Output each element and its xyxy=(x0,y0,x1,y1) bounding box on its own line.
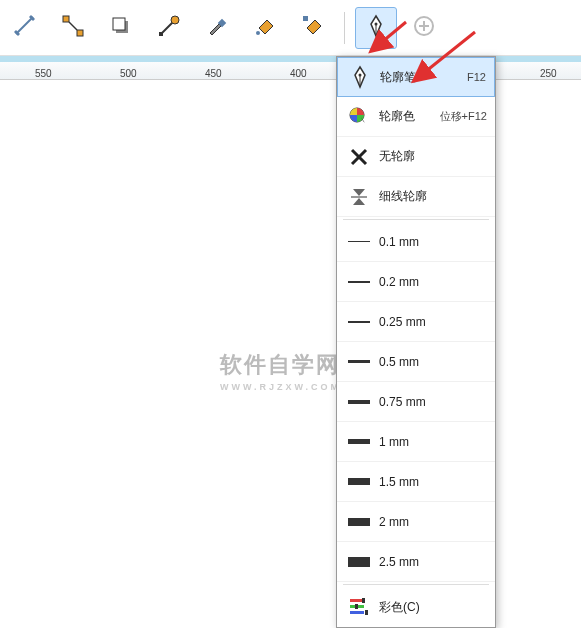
flyout-item-shortcut: F12 xyxy=(467,71,486,83)
plus-icon xyxy=(412,14,436,41)
svg-rect-12 xyxy=(303,16,308,21)
flyout-thickness-0-1[interactable]: 0.1 mm xyxy=(337,222,495,262)
outline-flyout-menu: 轮廓笔F12轮廓色位移+F12无轮廓细线轮廓0.1 mm0.2 mm0.25 m… xyxy=(336,56,496,628)
flyout-thickness-0-25[interactable]: 0.25 mm xyxy=(337,302,495,342)
svg-marker-23 xyxy=(353,189,365,196)
color-wheel-icon xyxy=(345,103,373,131)
shadow-icon xyxy=(109,14,133,41)
main-toolbar xyxy=(0,0,581,56)
flyout-item-label: 2.5 mm xyxy=(379,555,487,569)
thickness-preview-icon xyxy=(345,308,373,336)
flyout-item-label: 无轮廓 xyxy=(379,148,487,165)
color-sliders-icon xyxy=(345,593,373,621)
flyout-item-label: 0.75 mm xyxy=(379,395,487,409)
outline-pen-tool[interactable] xyxy=(355,7,397,49)
flyout-thickness-1-5[interactable]: 1.5 mm xyxy=(337,462,495,502)
flyout-item-label: 0.25 mm xyxy=(379,315,487,329)
hairline-icon xyxy=(345,183,373,211)
svg-rect-29 xyxy=(362,598,365,603)
pen-nib-icon xyxy=(346,63,374,91)
flyout-color-more[interactable]: 彩色(C) xyxy=(337,587,495,627)
thickness-preview-icon xyxy=(345,428,373,456)
add-tool[interactable] xyxy=(403,7,445,49)
eyedropper-tool[interactable] xyxy=(196,7,238,49)
connector-icon xyxy=(61,14,85,41)
fill-tool[interactable] xyxy=(244,7,286,49)
flyout-item-label: 0.1 mm xyxy=(379,235,487,249)
svg-rect-3 xyxy=(63,16,69,22)
ruler-label: 450 xyxy=(205,68,222,79)
flyout-outline-pen[interactable]: 轮廓笔F12 xyxy=(337,57,495,97)
svg-rect-9 xyxy=(159,32,163,36)
eyedropper-icon xyxy=(205,14,229,41)
interactive-fill-tool[interactable] xyxy=(292,7,334,49)
svg-rect-7 xyxy=(113,18,125,30)
connector-tool[interactable] xyxy=(52,7,94,49)
svg-rect-31 xyxy=(365,610,368,615)
fill-icon xyxy=(253,14,277,41)
watermark: 软件自学网 WWW.RJZXW.COM xyxy=(220,350,341,392)
flyout-outline-color[interactable]: 轮廓色位移+F12 xyxy=(337,97,495,137)
flyout-thickness-2-5[interactable]: 2.5 mm xyxy=(337,542,495,582)
thickness-preview-icon xyxy=(345,388,373,416)
svg-point-11 xyxy=(256,31,260,35)
svg-rect-28 xyxy=(350,611,364,614)
ruler-label: 250 xyxy=(540,68,557,79)
dimension-tool[interactable] xyxy=(4,7,46,49)
flyout-item-label: 1 mm xyxy=(379,435,487,449)
flyout-thickness-1[interactable]: 1 mm xyxy=(337,422,495,462)
ruler-label: 500 xyxy=(120,68,137,79)
ruler-label: 550 xyxy=(35,68,52,79)
flyout-thickness-0-75[interactable]: 0.75 mm xyxy=(337,382,495,422)
shadow-tool[interactable] xyxy=(100,7,142,49)
x-mark-icon xyxy=(345,143,373,171)
flyout-item-label: 轮廓笔 xyxy=(380,69,463,86)
flyout-item-label: 0.2 mm xyxy=(379,275,487,289)
thickness-preview-icon xyxy=(345,508,373,536)
svg-rect-4 xyxy=(77,30,83,36)
flyout-thickness-0-5[interactable]: 0.5 mm xyxy=(337,342,495,382)
flyout-item-label: 0.5 mm xyxy=(379,355,487,369)
flyout-item-label: 1.5 mm xyxy=(379,475,487,489)
flyout-item-label: 2 mm xyxy=(379,515,487,529)
svg-marker-24 xyxy=(353,198,365,205)
flyout-item-label: 轮廓色 xyxy=(379,108,436,125)
flyout-item-label: 细线轮廓 xyxy=(379,188,487,205)
thickness-preview-icon xyxy=(345,268,373,296)
pen-nib-icon xyxy=(364,14,388,41)
flyout-no-outline[interactable]: 无轮廓 xyxy=(337,137,495,177)
thickness-preview-icon xyxy=(345,468,373,496)
flyout-item-shortcut: 位移+F12 xyxy=(440,109,487,124)
ruler-label: 400 xyxy=(290,68,307,79)
svg-line-0 xyxy=(16,17,33,34)
thickness-preview-icon xyxy=(345,548,373,576)
interactive-fill-icon xyxy=(301,14,325,41)
flyout-item-label: 彩色(C) xyxy=(379,599,487,616)
dimension-icon xyxy=(13,14,37,41)
transparency-icon xyxy=(157,14,181,41)
flyout-thickness-2[interactable]: 2 mm xyxy=(337,502,495,542)
svg-line-5 xyxy=(69,22,77,30)
thickness-preview-icon xyxy=(345,228,373,256)
flyout-thickness-0-2[interactable]: 0.2 mm xyxy=(337,262,495,302)
svg-rect-30 xyxy=(355,604,358,609)
svg-rect-26 xyxy=(350,599,364,602)
transparency-tool[interactable] xyxy=(148,7,190,49)
svg-point-8 xyxy=(171,16,179,24)
flyout-hairline-outline[interactable]: 细线轮廓 xyxy=(337,177,495,217)
thickness-preview-icon xyxy=(345,348,373,376)
